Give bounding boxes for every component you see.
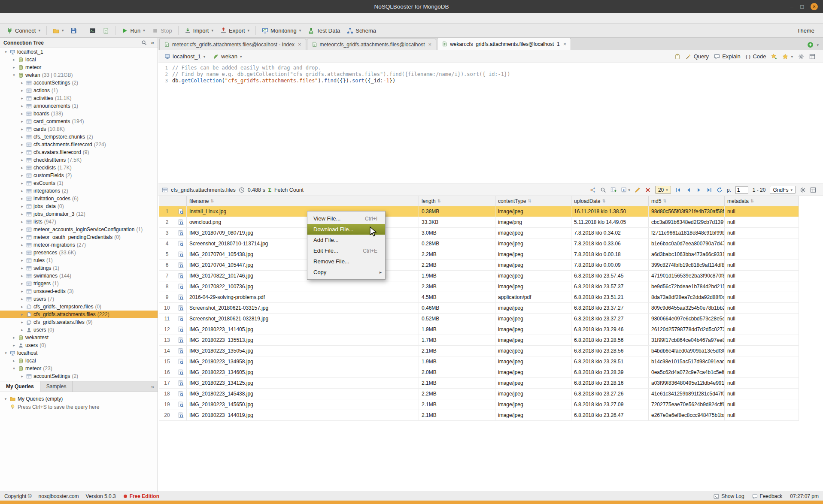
preview-icon[interactable] xyxy=(178,305,184,311)
last-page-button[interactable] xyxy=(706,187,712,193)
context-menu-item[interactable]: Remove File... xyxy=(307,256,385,267)
preview-icon[interactable] xyxy=(178,262,184,268)
run-button[interactable]: Run ▾ xyxy=(118,26,148,36)
fetch-count-button[interactable]: Fetch Count xyxy=(274,187,304,193)
code-button[interactable]: { } Code xyxy=(746,53,766,60)
expander-icon[interactable]: ▸ xyxy=(20,189,24,193)
tree-item[interactable]: ▸ users (7) xyxy=(0,295,158,303)
table-row[interactable]: 14 IMG_20180223_135054.jpg 2.1MB image/j… xyxy=(159,346,799,356)
expander-icon[interactable]: ▸ xyxy=(20,374,24,378)
tree-item[interactable]: ▸ settings (1) xyxy=(0,264,158,272)
preview-cell[interactable] xyxy=(175,249,187,260)
expander-icon[interactable]: ▸ xyxy=(20,266,24,270)
query-button[interactable]: Query xyxy=(686,53,709,60)
expander-icon[interactable]: ▸ xyxy=(20,297,24,301)
preview-cell[interactable] xyxy=(175,238,187,249)
table-row[interactable]: 9 2016-04-29-solving-problems.pdf 4.5MB … xyxy=(159,292,799,303)
expander-icon[interactable]: ▸ xyxy=(12,57,16,62)
context-menu-item[interactable]: Edit File... Ctrl+E xyxy=(307,245,385,256)
save-results-button[interactable]: ▾ xyxy=(621,187,630,193)
expander-icon[interactable]: ▸ xyxy=(20,204,24,208)
maximize-results-icon[interactable] xyxy=(810,187,816,193)
expander-icon[interactable]: ▸ xyxy=(20,142,24,147)
tree-item[interactable]: ▸ checklists (1.7K) xyxy=(0,164,158,172)
overflow-chevrons-icon[interactable]: » xyxy=(148,381,158,392)
preview-cell[interactable] xyxy=(175,399,187,410)
tree-item[interactable]: ▸ jobs_data (0) xyxy=(0,202,158,210)
preview-icon[interactable] xyxy=(178,273,184,279)
preview-icon[interactable] xyxy=(178,294,184,300)
expander-icon[interactable]: ▸ xyxy=(20,196,24,201)
table-row[interactable]: 4 Screenshot_20180710-113714.jpg 0.28MB … xyxy=(159,238,799,249)
feedback-button[interactable]: Feedback xyxy=(752,493,783,499)
expander-icon[interactable]: ▸ xyxy=(20,119,24,124)
explain-button[interactable]: Explain xyxy=(714,53,741,60)
expander-icon[interactable]: ▸ xyxy=(20,173,24,178)
theme-button[interactable]: Theme xyxy=(797,27,814,34)
export-button[interactable]: Export ▾ xyxy=(217,26,252,36)
stop-button[interactable]: Stop xyxy=(149,26,175,36)
preview-cell[interactable] xyxy=(175,378,187,388)
preview-icon[interactable] xyxy=(178,219,184,225)
table-row[interactable]: 3 IMG_20180709_080719.jpg 3.0MB image/jp… xyxy=(159,228,799,238)
close-tab-icon[interactable]: × xyxy=(428,41,432,48)
expander-icon[interactable]: ▸ xyxy=(20,88,24,93)
expander-icon[interactable]: ▸ xyxy=(20,166,24,170)
search-results-icon[interactable] xyxy=(600,187,606,193)
maximize-button[interactable]: □ xyxy=(800,3,804,10)
visual-builder-icon[interactable] xyxy=(590,187,596,193)
preview-cell[interactable] xyxy=(175,260,187,270)
preview-icon[interactable] xyxy=(178,230,184,236)
preview-cell[interactable] xyxy=(175,356,187,367)
clipboard-icon[interactable] xyxy=(674,54,680,60)
expander-icon[interactable]: ▸ xyxy=(20,258,24,263)
column-header[interactable]: md5 ⇅ xyxy=(649,196,725,206)
preview-icon[interactable] xyxy=(178,337,184,343)
expander-icon[interactable]: ▸ xyxy=(20,150,24,154)
table-row[interactable]: 5 IMG_20170704_105438.jpg 2.2MB image/jp… xyxy=(159,249,799,260)
open-file-button[interactable]: ▾ xyxy=(50,26,67,36)
expander-icon[interactable]: ▸ xyxy=(20,312,24,317)
tree-item[interactable]: ▸ cards (10.8K) xyxy=(0,125,158,133)
preview-icon[interactable] xyxy=(178,348,184,354)
my-queries-root[interactable]: ▾ My Queries (empty) xyxy=(3,395,154,403)
document-tab[interactable]: meteor:cfs_gridfs.attachments.files@loca… xyxy=(159,39,306,50)
table-row[interactable]: 15 IMG_20180223_134958.jpg 1.9MB image/j… xyxy=(159,356,799,367)
monitoring-button[interactable]: Monitoring ▾ xyxy=(259,26,304,36)
first-page-button[interactable] xyxy=(675,187,681,193)
favorites-button[interactable]: ▾ xyxy=(782,54,793,60)
sort-icon[interactable]: ⇅ xyxy=(750,199,754,203)
database-selector[interactable]: wekan ▾ xyxy=(210,52,244,61)
close-button[interactable]: × xyxy=(811,3,818,10)
tree-item[interactable]: ▾ localhost xyxy=(0,349,158,357)
expander-icon[interactable]: ▾ xyxy=(3,397,8,401)
expander-icon[interactable]: ▸ xyxy=(12,335,16,340)
preview-icon[interactable] xyxy=(178,284,184,290)
tree-item[interactable]: ▸ accountSettings (2) xyxy=(0,79,158,87)
expander-icon[interactable]: ▸ xyxy=(20,81,24,85)
layout-icon[interactable] xyxy=(809,54,815,60)
expander-icon[interactable]: ▸ xyxy=(20,127,24,131)
preview-icon[interactable] xyxy=(178,391,184,397)
document-tab[interactable]: meteor:cfs_gridfs.attachments.files@loca… xyxy=(307,39,437,50)
preview-cell[interactable] xyxy=(175,410,187,420)
sort-icon[interactable]: ⇅ xyxy=(210,199,214,203)
expander-icon[interactable]: ▸ xyxy=(20,289,24,293)
tree-item[interactable]: ▸ cfs_gridfs._tempstore.files (0) xyxy=(0,303,158,311)
expander-icon[interactable]: ▸ xyxy=(20,181,24,185)
context-menu-item[interactable]: Copy ▸ xyxy=(307,267,385,278)
tree-item[interactable]: ▸ cfs_gridfs.attachments.files (222) xyxy=(0,311,158,318)
expander-icon[interactable]: ▸ xyxy=(20,158,24,162)
preview-icon[interactable] xyxy=(178,251,184,257)
tree-item[interactable]: ▸ wekantest xyxy=(0,334,158,341)
preview-cell[interactable] xyxy=(175,335,187,345)
test-data-button[interactable]: Test Data xyxy=(305,26,343,36)
view-mode-select[interactable]: GridFs ▾ xyxy=(770,186,796,194)
preview-cell[interactable] xyxy=(175,367,187,377)
expander-icon[interactable]: ▸ xyxy=(20,281,24,286)
column-header[interactable]: filename ⇅ xyxy=(187,196,419,206)
edit-document-icon[interactable] xyxy=(635,187,641,193)
tree-item[interactable]: ▸ meteor_accounts_loginServiceConfigurat… xyxy=(0,226,158,233)
table-row[interactable]: 2 owncloud.png 33.3KB image/png 5.11.201… xyxy=(159,217,799,228)
add-favorite-button[interactable] xyxy=(771,54,777,60)
